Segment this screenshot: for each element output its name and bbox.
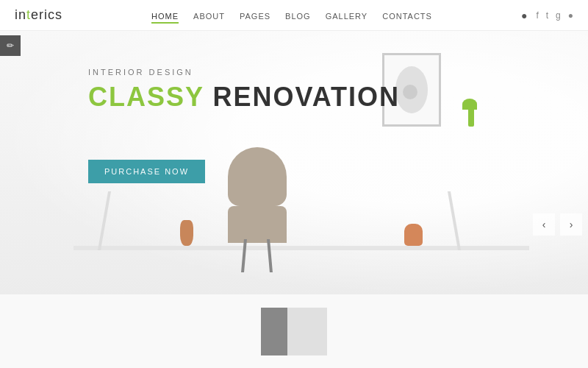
chair-seat [228,206,287,243]
user-icon[interactable]: ● [521,10,527,21]
thumb-dark-area [261,308,287,355]
nav-link-contacts[interactable]: CONTACTS [382,12,432,21]
orange-decor [404,224,423,246]
purchase-button[interactable]: PURCHASE NOW [88,160,205,183]
nav-link-pages[interactable]: PAGES [240,12,270,21]
prev-arrow[interactable]: ‹ [533,213,555,236]
hero-section: INTERIOR DESIGN CLASSY RENOVATION PURCHA… [0,31,588,294]
nav-item-gallery[interactable]: GALLERY [326,9,368,22]
hero-text-block: INTERIOR DESIGN CLASSY RENOVATION [88,68,400,112]
nav-link-about[interactable]: ABOUT [193,12,225,21]
social-icons: f t g ● [536,10,573,21]
nav-item-pages[interactable]: PAGES [240,9,270,22]
left-chevron-icon: ‹ [542,219,546,230]
next-arrow[interactable]: › [560,213,582,236]
nav-link-home[interactable]: HOME [151,12,179,24]
nav-item-blog[interactable]: BLOG [285,9,311,22]
frame-dot [403,85,417,99]
chair-back [228,147,287,206]
nav-item-about[interactable]: ABOUT [193,9,225,22]
edit-button[interactable]: ✏ [0,35,21,56]
hero-subtitle: INTERIOR DESIGN [88,68,400,77]
pencil-icon: ✏ [7,40,14,51]
nav-item-home[interactable]: HOME [151,9,179,22]
vase-decor [180,220,193,246]
navbar: interics HOME ABOUT PAGES BLOG GALLERY C… [0,0,588,31]
thumb-light-area [287,308,327,355]
right-chevron-icon: › [570,219,573,230]
nav-link-gallery[interactable]: GALLERY [326,12,368,21]
twitter-icon[interactable]: t [546,10,548,21]
hero-title: CLASSY RENOVATION [88,82,400,112]
instagram-icon[interactable]: ● [568,10,573,21]
facebook-icon[interactable]: f [536,10,538,21]
hero-title-yellow: CLASSY [88,82,204,112]
logo[interactable]: interics [15,7,62,23]
hero-title-white: RENOVATION [204,82,400,112]
bottom-section [0,294,588,368]
logo-highlight: t [26,7,31,22]
nav-link-blog[interactable]: BLOG [285,12,311,21]
googleplus-icon[interactable]: g [556,10,561,21]
nav-links: HOME ABOUT PAGES BLOG GALLERY CONTACTS [151,9,432,22]
thumbnail-preview[interactable] [261,308,327,355]
plant-decor [468,105,474,127]
nav-item-contacts[interactable]: CONTACTS [382,9,432,22]
nav-right: ● f t g ● [521,10,573,21]
